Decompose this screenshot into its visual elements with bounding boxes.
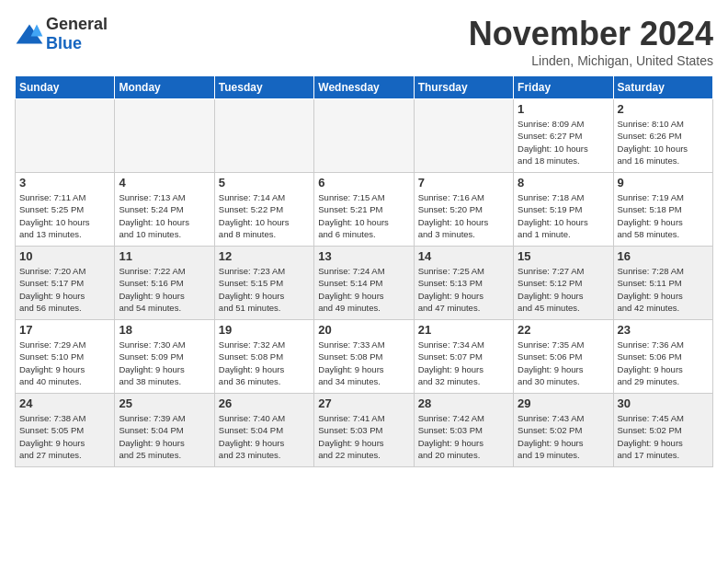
day-info: Sunrise: 7:35 AM Sunset: 5:06 PM Dayligh… bbox=[518, 339, 609, 387]
calendar-day-cell: 19Sunrise: 7:32 AM Sunset: 5:08 PM Dayli… bbox=[214, 320, 313, 394]
logo: General Blue bbox=[15, 15, 108, 53]
day-number: 21 bbox=[418, 323, 509, 337]
calendar-day-cell: 21Sunrise: 7:34 AM Sunset: 5:07 PM Dayli… bbox=[414, 320, 513, 394]
day-info: Sunrise: 7:30 AM Sunset: 5:09 PM Dayligh… bbox=[119, 339, 210, 387]
calendar-day-cell: 17Sunrise: 7:29 AM Sunset: 5:10 PM Dayli… bbox=[16, 320, 115, 394]
day-info: Sunrise: 7:32 AM Sunset: 5:08 PM Dayligh… bbox=[219, 339, 310, 387]
calendar-week-row: 10Sunrise: 7:20 AM Sunset: 5:17 PM Dayli… bbox=[16, 247, 713, 320]
calendar-week-row: 24Sunrise: 7:38 AM Sunset: 5:05 PM Dayli… bbox=[16, 394, 713, 467]
day-info: Sunrise: 8:09 AM Sunset: 6:27 PM Dayligh… bbox=[518, 118, 609, 167]
day-info: Sunrise: 7:22 AM Sunset: 5:16 PM Dayligh… bbox=[119, 265, 210, 314]
day-number: 2 bbox=[618, 102, 709, 116]
day-number: 4 bbox=[119, 176, 210, 190]
calendar-day-cell: 24Sunrise: 7:38 AM Sunset: 5:05 PM Dayli… bbox=[16, 394, 115, 467]
logo-icon bbox=[15, 23, 44, 45]
calendar-day-cell: 14Sunrise: 7:25 AM Sunset: 5:13 PM Dayli… bbox=[414, 247, 513, 320]
calendar-day-cell: 10Sunrise: 7:20 AM Sunset: 5:17 PM Dayli… bbox=[16, 247, 115, 320]
day-info: Sunrise: 7:16 AM Sunset: 5:20 PM Dayligh… bbox=[418, 191, 509, 240]
logo-blue-text: Blue bbox=[46, 34, 82, 52]
day-info: Sunrise: 7:29 AM Sunset: 5:10 PM Dayligh… bbox=[19, 339, 110, 387]
calendar-day-cell: 18Sunrise: 7:30 AM Sunset: 5:09 PM Dayli… bbox=[115, 320, 214, 394]
calendar-day-cell: 20Sunrise: 7:33 AM Sunset: 5:08 PM Dayli… bbox=[314, 320, 414, 394]
calendar-day-cell: 2Sunrise: 8:10 AM Sunset: 6:26 PM Daylig… bbox=[613, 99, 712, 173]
calendar-day-cell: 29Sunrise: 7:43 AM Sunset: 5:02 PM Dayli… bbox=[514, 394, 613, 467]
day-number: 22 bbox=[518, 323, 609, 337]
calendar-day-cell bbox=[314, 99, 414, 173]
weekday-header-row: SundayMondayTuesdayWednesdayThursdayFrid… bbox=[16, 76, 713, 99]
day-number: 3 bbox=[19, 176, 110, 190]
day-number: 5 bbox=[219, 176, 310, 190]
day-info: Sunrise: 7:39 AM Sunset: 5:04 PM Dayligh… bbox=[119, 412, 210, 461]
calendar-day-cell bbox=[214, 99, 313, 173]
calendar-table: SundayMondayTuesdayWednesdayThursdayFrid… bbox=[15, 75, 713, 467]
day-number: 12 bbox=[219, 249, 310, 263]
calendar-day-cell: 22Sunrise: 7:35 AM Sunset: 5:06 PM Dayli… bbox=[514, 320, 613, 394]
day-info: Sunrise: 7:18 AM Sunset: 5:19 PM Dayligh… bbox=[518, 191, 609, 240]
day-number: 8 bbox=[518, 176, 609, 190]
weekday-header-cell: Thursday bbox=[414, 76, 513, 99]
day-info: Sunrise: 7:11 AM Sunset: 5:25 PM Dayligh… bbox=[19, 191, 110, 240]
day-info: Sunrise: 7:34 AM Sunset: 5:07 PM Dayligh… bbox=[418, 339, 509, 387]
calendar-day-cell: 25Sunrise: 7:39 AM Sunset: 5:04 PM Dayli… bbox=[115, 394, 214, 467]
day-info: Sunrise: 7:40 AM Sunset: 5:04 PM Dayligh… bbox=[219, 412, 310, 461]
day-info: Sunrise: 7:45 AM Sunset: 5:02 PM Dayligh… bbox=[618, 412, 709, 461]
day-number: 10 bbox=[19, 249, 110, 263]
calendar-day-cell: 23Sunrise: 7:36 AM Sunset: 5:06 PM Dayli… bbox=[613, 320, 712, 394]
day-info: Sunrise: 7:15 AM Sunset: 5:21 PM Dayligh… bbox=[318, 191, 409, 240]
weekday-header-cell: Saturday bbox=[613, 76, 712, 99]
calendar-week-row: 3Sunrise: 7:11 AM Sunset: 5:25 PM Daylig… bbox=[16, 173, 713, 247]
weekday-header-cell: Wednesday bbox=[314, 76, 414, 99]
day-number: 9 bbox=[618, 176, 709, 190]
calendar-day-cell: 27Sunrise: 7:41 AM Sunset: 5:03 PM Dayli… bbox=[314, 394, 414, 467]
logo-general-text: General bbox=[46, 15, 108, 33]
day-number: 16 bbox=[618, 249, 709, 263]
day-info: Sunrise: 7:19 AM Sunset: 5:18 PM Dayligh… bbox=[618, 191, 709, 240]
day-info: Sunrise: 7:25 AM Sunset: 5:13 PM Dayligh… bbox=[418, 265, 509, 314]
day-number: 7 bbox=[418, 176, 509, 190]
day-info: Sunrise: 7:24 AM Sunset: 5:14 PM Dayligh… bbox=[318, 265, 409, 314]
calendar-day-cell bbox=[414, 99, 513, 173]
location: Linden, Michigan, United States bbox=[469, 53, 713, 68]
calendar-day-cell: 15Sunrise: 7:27 AM Sunset: 5:12 PM Dayli… bbox=[514, 247, 613, 320]
page-header: General Blue November 2024 Linden, Michi… bbox=[15, 15, 713, 68]
day-info: Sunrise: 8:10 AM Sunset: 6:26 PM Dayligh… bbox=[618, 118, 709, 167]
day-info: Sunrise: 7:14 AM Sunset: 5:22 PM Dayligh… bbox=[219, 191, 310, 240]
day-info: Sunrise: 7:27 AM Sunset: 5:12 PM Dayligh… bbox=[518, 265, 609, 314]
day-number: 29 bbox=[518, 396, 609, 410]
calendar-day-cell: 6Sunrise: 7:15 AM Sunset: 5:21 PM Daylig… bbox=[314, 173, 414, 247]
calendar-day-cell: 3Sunrise: 7:11 AM Sunset: 5:25 PM Daylig… bbox=[16, 173, 115, 247]
day-number: 28 bbox=[418, 396, 509, 410]
day-number: 27 bbox=[318, 396, 409, 410]
day-number: 26 bbox=[219, 396, 310, 410]
day-number: 20 bbox=[318, 323, 409, 337]
calendar-day-cell: 13Sunrise: 7:24 AM Sunset: 5:14 PM Dayli… bbox=[314, 247, 414, 320]
day-info: Sunrise: 7:13 AM Sunset: 5:24 PM Dayligh… bbox=[119, 191, 210, 240]
day-info: Sunrise: 7:38 AM Sunset: 5:05 PM Dayligh… bbox=[19, 412, 110, 461]
calendar-day-cell bbox=[115, 99, 214, 173]
day-info: Sunrise: 7:20 AM Sunset: 5:17 PM Dayligh… bbox=[19, 265, 110, 314]
calendar-day-cell: 4Sunrise: 7:13 AM Sunset: 5:24 PM Daylig… bbox=[115, 173, 214, 247]
calendar-day-cell: 28Sunrise: 7:42 AM Sunset: 5:03 PM Dayli… bbox=[414, 394, 513, 467]
day-number: 19 bbox=[219, 323, 310, 337]
day-number: 17 bbox=[19, 323, 110, 337]
day-number: 13 bbox=[318, 249, 409, 263]
calendar-day-cell: 5Sunrise: 7:14 AM Sunset: 5:22 PM Daylig… bbox=[214, 173, 313, 247]
day-info: Sunrise: 7:23 AM Sunset: 5:15 PM Dayligh… bbox=[219, 265, 310, 314]
calendar-week-row: 1Sunrise: 8:09 AM Sunset: 6:27 PM Daylig… bbox=[16, 99, 713, 173]
day-info: Sunrise: 7:43 AM Sunset: 5:02 PM Dayligh… bbox=[518, 412, 609, 461]
calendar-day-cell: 26Sunrise: 7:40 AM Sunset: 5:04 PM Dayli… bbox=[214, 394, 313, 467]
day-number: 15 bbox=[518, 249, 609, 263]
day-number: 1 bbox=[518, 102, 609, 116]
day-number: 11 bbox=[119, 249, 210, 263]
day-number: 24 bbox=[19, 396, 110, 410]
calendar-day-cell: 30Sunrise: 7:45 AM Sunset: 5:02 PM Dayli… bbox=[613, 394, 712, 467]
day-number: 30 bbox=[618, 396, 709, 410]
day-number: 6 bbox=[318, 176, 409, 190]
day-info: Sunrise: 7:28 AM Sunset: 5:11 PM Dayligh… bbox=[618, 265, 709, 314]
day-number: 23 bbox=[618, 323, 709, 337]
calendar-day-cell: 7Sunrise: 7:16 AM Sunset: 5:20 PM Daylig… bbox=[414, 173, 513, 247]
weekday-header-cell: Sunday bbox=[16, 76, 115, 99]
weekday-header-cell: Monday bbox=[115, 76, 214, 99]
calendar-week-row: 17Sunrise: 7:29 AM Sunset: 5:10 PM Dayli… bbox=[16, 320, 713, 394]
calendar-day-cell: 16Sunrise: 7:28 AM Sunset: 5:11 PM Dayli… bbox=[613, 247, 712, 320]
